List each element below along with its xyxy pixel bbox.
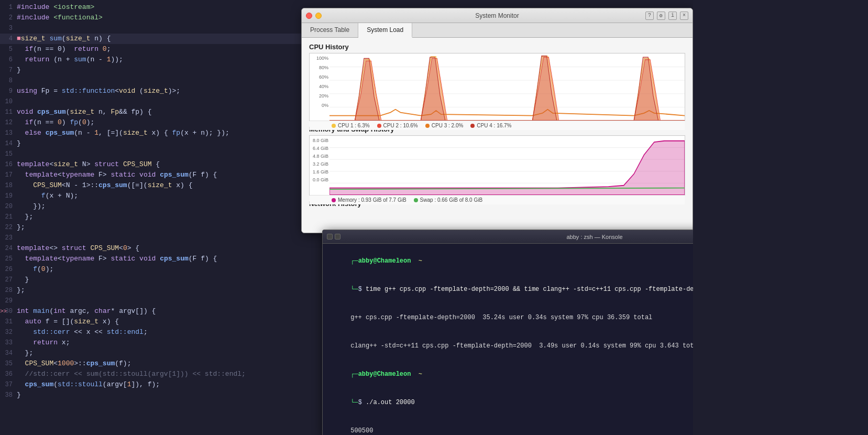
code-line-24: 24 template<> struct CPS_SUM<0> { [0, 243, 301, 254]
mem-label-3.2: 3.2 GiB [311, 161, 328, 167]
cpu-label-60: 60% [311, 74, 328, 80]
code-line-14: 14 } [0, 138, 301, 149]
code-line-23: 23 [0, 233, 301, 243]
code-line-8: 8 [0, 75, 301, 86]
code-line-1: 1 #include <iostream> [0, 2, 301, 13]
code-line-4: 4 ■size_t sum(size_t n) { [0, 34, 301, 44]
code-line-19: 19 f(x + N); [0, 191, 301, 201]
code-line-25: 25 template<typename F> static void cps_… [0, 254, 301, 264]
settings-button[interactable]: ⚙ [657, 12, 665, 20]
svg-marker-15 [329, 141, 685, 195]
cpu-label-0: 0% [311, 103, 328, 108]
swap-label: Swap : 0.66 GiB of 8.0 GiB [420, 197, 483, 203]
right-background [693, 0, 868, 435]
code-line-36: 36 //std::cerr << sum(std::stoull(argv[1… [0, 369, 301, 379]
cpu3-legend: CPU 3 : 2.0% [425, 123, 464, 128]
cpu-label-40: 40% [311, 84, 328, 89]
cpu-label-20: 20% [311, 93, 328, 99]
konsole-title: abby : zsh — Konsole [566, 234, 622, 240]
mem-chart-container: 0.0 GiB 1.6 GiB 3.2 GiB 4.8 GiB 6.4 GiB … [309, 135, 685, 195]
svg-marker-6 [329, 56, 685, 121]
code-line-30: >> 30 int main(int argc, char* argv[]) { [0, 306, 301, 317]
code-line-31: 31 auto f = [](size_t x) { [0, 317, 301, 327]
code-line-33: 33 return x; [0, 338, 301, 348]
memory-label: Memory : 0.93 GiB of 7.7 GiB [338, 197, 406, 203]
code-line-29: 29 [0, 296, 301, 306]
mem-chart-area [329, 136, 685, 195]
cpu4-dot [470, 124, 475, 128]
sysmon-tab-bar: Process Table System Load [302, 23, 693, 38]
code-line-28: 28 }; [0, 285, 301, 296]
minimize-button[interactable] [315, 13, 322, 19]
cpu-section-title: CPU History [309, 43, 685, 51]
swap-dot [414, 198, 418, 202]
code-line-21: 21 }; [0, 212, 301, 222]
sysmon-actions: ? ⚙ i × [645, 12, 688, 20]
code-line-5: 5 if(n == 0) return 0; [0, 44, 301, 55]
mem-label-6.4: 6.4 GiB [311, 146, 328, 151]
code-line-16: 16 template<size_t N> struct CPS_SUM { [0, 159, 301, 170]
mem-legend-item: Memory : 0.93 GiB of 7.7 GiB [332, 197, 406, 203]
code-line-6: 6 return (n + sum(n - 1)); [0, 55, 301, 65]
cpu-label-80: 80% [311, 65, 328, 70]
code-line-22: 22 }; [0, 222, 301, 233]
sysmon-title: System Monitor [475, 12, 519, 19]
code-line-34: 34 }; [0, 348, 301, 358]
memory-dot [332, 198, 336, 202]
konsole-btn-2[interactable] [335, 234, 340, 240]
tab-process-table[interactable]: Process Table [302, 23, 358, 37]
sysmon-titlebar: System Monitor ? ⚙ i × [302, 8, 693, 23]
cpu-chart-container: 0% 20% 40% 60% 80% 100% [309, 53, 685, 121]
mem-label-0: 0.0 GiB [311, 177, 328, 182]
svg-marker-7 [329, 57, 685, 121]
mem-label-1.6: 1.6 GiB [311, 169, 328, 175]
extra-button[interactable]: × [680, 12, 688, 20]
cpu-y-labels: 0% 20% 40% 60% 80% 100% [310, 53, 329, 110]
code-line-20: 20 }); [0, 201, 301, 212]
code-line-17: 17 template<typename F> static void cps_… [0, 170, 301, 180]
cpu2-legend: CPU 2 : 10.6% [377, 123, 418, 128]
svg-marker-8 [329, 56, 685, 121]
code-line-13: 13 else cps_sum(n - 1, [=](size_t x) { f… [0, 128, 301, 138]
code-line-37: 37 cps_sum(std::stoull(argv[1]), f); [0, 379, 301, 390]
cpu1-label: CPU 1 : 6.3% [338, 123, 370, 128]
cpu3-dot [425, 124, 430, 128]
code-line-12: 12 if(n == 0) fp(0); [0, 117, 301, 128]
cpu4-legend: CPU 4 : 16.7% [470, 123, 511, 128]
cpu1-dot [332, 124, 336, 128]
cpu-legend: CPU 1 : 6.3% CPU 2 : 10.6% CPU 3 : 2.0% … [310, 121, 685, 130]
code-editor: 1 #include <iostream> 2 #include <functi… [0, 0, 301, 435]
code-line-26: 26 f(0); [0, 264, 301, 275]
cpu3-label: CPU 3 : 2.0% [432, 123, 464, 128]
cpu4-label: CPU 4 : 16.7% [477, 123, 511, 128]
window-controls [306, 13, 322, 19]
sysmon-main-content: CPU History 0% 20% 40% 60% 80% 100% [302, 38, 693, 233]
code-line-18: 18 CPS_SUM<N - 1>::cps_sum([=](size_t x)… [0, 180, 301, 191]
code-line-10: 10 [0, 96, 301, 107]
code-line-2: 2 #include <functional> [0, 13, 301, 23]
system-monitor-window: System Monitor ? ⚙ i × Process Table Sys… [301, 8, 693, 233]
cpu2-label: CPU 2 : 10.6% [383, 123, 418, 128]
info-button[interactable]: i [668, 12, 677, 20]
code-line-38: 38 } [0, 390, 301, 400]
help-button[interactable]: ? [645, 12, 654, 20]
cpu-chart-area [329, 53, 685, 121]
mem-label-4.8: 4.8 GiB [311, 154, 328, 159]
konsole-btn-1[interactable] [327, 234, 333, 240]
code-line-35: 35 CPS_SUM<1000>::cps_sum(f); [0, 358, 301, 369]
code-line-7: 7 } [0, 65, 301, 75]
code-line-27: 27 } [0, 275, 301, 285]
code-line-32: 32 std::cerr << x << std::endl; [0, 327, 301, 338]
swap-legend-item: Swap : 0.66 GiB of 8.0 GiB [414, 197, 483, 203]
code-line-15: 15 [0, 149, 301, 159]
mem-label-8.0: 8.0 GiB [311, 138, 328, 143]
tab-system-load[interactable]: System Load [358, 23, 412, 38]
code-line-11: 11 void cps_sum(size_t n, Fp&& fp) { [0, 107, 301, 117]
close-button[interactable] [306, 13, 312, 19]
code-line-3: 3 [0, 23, 301, 34]
code-line-9: 9 using Fp = std::function<void (size_t)… [0, 86, 301, 96]
cpu1-legend: CPU 1 : 6.3% [332, 123, 370, 128]
cpu-label-100: 100% [311, 56, 328, 61]
mem-legend: Memory : 0.93 GiB of 7.7 GiB Swap : 0.66… [310, 195, 685, 204]
mem-y-labels: 0.0 GiB 1.6 GiB 3.2 GiB 4.8 GiB 6.4 GiB … [310, 136, 329, 184]
